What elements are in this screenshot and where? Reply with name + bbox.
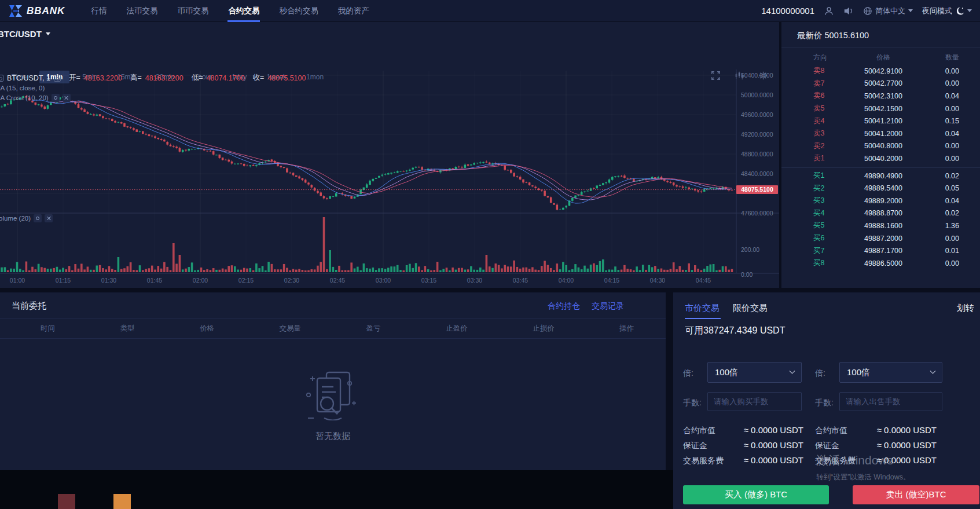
chevron-down-icon <box>790 368 795 373</box>
orders-table-header: 时间类型价格交易量盈亏止盈价止损价操作 <box>0 319 666 339</box>
trade-panel: 市价交易 限价交易 划转 可用387247.4349 USDT 倍: 100倍 … <box>673 292 980 509</box>
margin-value: ≈ 0.0000 USDT <box>744 440 803 450</box>
price-tick-label: 49200.0000 <box>741 131 773 138</box>
contract-value: ≈ 0.0000 USDT <box>744 425 803 435</box>
bid-row[interactable]: 买449888.87000.02 <box>781 207 980 220</box>
fee-value: ≈ 0.0000 USDT <box>877 455 937 465</box>
bid-row[interactable]: 买349889.20000.04 <box>781 195 980 207</box>
time-tick-label: 02:30 <box>280 277 303 284</box>
time-tick-label: 01:30 <box>97 277 120 284</box>
sell-short-button[interactable]: 卖出 (做空)BTC <box>853 485 979 504</box>
theme-mode-switcher[interactable]: 夜间模式 <box>922 6 972 16</box>
vertical-divider <box>666 292 673 470</box>
high-label: 高= <box>130 73 142 83</box>
pair-label: BTC/USDT <box>0 29 42 39</box>
bid-row[interactable]: 买149890.49000.02 <box>781 170 980 182</box>
margin-label: 保证金 <box>815 441 839 451</box>
chevron-down-icon <box>930 368 936 373</box>
navbar-right: 14100000001 简体中文 夜间模式 <box>761 6 980 16</box>
active-tab-underline <box>685 318 721 319</box>
low-value: 48074.1700 <box>207 74 245 82</box>
buy-long-button[interactable]: 买入 (做多) BTC <box>683 485 829 504</box>
orders-column-header: 类型 <box>120 324 135 334</box>
chart-canvas[interactable]: BTC/USDT, 1 开=48163.2200 高=48163.2200 低=… <box>0 90 779 288</box>
order-side: 卖1 <box>813 153 848 163</box>
language-switcher[interactable]: 简体中文 <box>863 6 913 16</box>
order-amount: 0.04 <box>919 92 959 100</box>
nav-item[interactable]: 我的资产 <box>328 0 379 22</box>
time-tick-label: 02:00 <box>189 277 212 284</box>
indicator-close-icon[interactable] <box>63 94 71 102</box>
buy-lots-input[interactable] <box>707 392 802 411</box>
brand-name: BBANK <box>27 5 65 17</box>
bid-row[interactable]: 买549888.16001.36 <box>781 219 980 232</box>
leverage-select-buy[interactable]: 100倍 <box>707 362 802 383</box>
indicator-close-icon[interactable] <box>45 214 53 222</box>
bid-row[interactable]: 买649887.20000.00 <box>781 232 980 245</box>
nav-item[interactable]: 合约交易 <box>218 0 269 22</box>
user-icon[interactable] <box>824 6 834 16</box>
bid-row[interactable]: 买849886.50000.00 <box>781 257 980 270</box>
nav-item[interactable]: 秒合约交易 <box>269 0 328 22</box>
pair-selector[interactable]: BTC/USDT <box>0 29 50 39</box>
chevron-down-icon <box>46 32 50 35</box>
sell-lots-input[interactable] <box>839 392 942 411</box>
ask-row[interactable]: 卖350041.20000.04 <box>781 127 980 140</box>
price-tick-label: 48400.0000 <box>741 170 773 177</box>
indicator-settings-icon[interactable] <box>34 214 42 222</box>
bids-list: 买149890.49000.02买249889.54000.05买349889.… <box>781 170 980 270</box>
brand-logo[interactable]: BBANK <box>8 4 65 18</box>
order-price: 49888.1600 <box>848 222 919 230</box>
ask-row[interactable]: 卖550042.15000.00 <box>781 102 980 115</box>
asks-list: 卖850042.91000.00卖750042.77000.00卖650042.… <box>781 65 980 165</box>
time-tick-label: 02:45 <box>326 277 349 284</box>
leverage-select-sell[interactable]: 100倍 <box>839 362 942 383</box>
order-side: 买3 <box>813 196 848 206</box>
order-price: 50041.2100 <box>848 117 919 125</box>
tab-limit-order[interactable]: 限价交易 <box>733 303 768 314</box>
contract-value: ≈ 0.0000 USDT <box>877 425 937 435</box>
indicator-settings-icon[interactable] <box>52 94 60 102</box>
orders-column-header: 盈亏 <box>366 324 381 334</box>
order-amount: 0.00 <box>919 67 959 75</box>
time-tick-label: 04:30 <box>646 277 669 284</box>
ask-row[interactable]: 卖150040.20000.00 <box>781 152 980 165</box>
price-tick-label: 49600.0000 <box>741 111 773 118</box>
order-price: 49888.8700 <box>848 209 919 217</box>
tab-market-order[interactable]: 市价交易 <box>685 303 720 314</box>
speaker-icon[interactable] <box>843 6 854 16</box>
symbol-icon <box>0 75 3 82</box>
nav-item[interactable]: 行情 <box>81 0 116 22</box>
bid-row[interactable]: 买749887.17000.01 <box>781 244 980 257</box>
transfer-link[interactable]: 划转 <box>957 303 974 314</box>
order-amount: 1.36 <box>919 222 959 230</box>
nav-item[interactable]: 法币交易 <box>116 0 167 22</box>
theme-mode-label: 夜间模式 <box>922 6 952 16</box>
ask-row[interactable]: 卖650042.31000.04 <box>781 90 980 102</box>
bid-row[interactable]: 买249889.54000.05 <box>781 182 980 195</box>
close-value: 48075.5100 <box>267 74 306 82</box>
leverage-label: 倍: <box>815 368 825 379</box>
legend-eye-icon[interactable] <box>54 75 61 82</box>
orders-tab-link[interactable]: 合约持仓 <box>548 301 580 312</box>
time-tick-label: 01:45 <box>143 277 166 284</box>
order-amount: 0.01 <box>919 247 959 255</box>
ask-row[interactable]: 卖850042.91000.00 <box>781 65 980 78</box>
time-tick-label: 03:30 <box>463 277 486 284</box>
ask-row[interactable]: 卖750042.77000.00 <box>781 78 980 90</box>
ask-row[interactable]: 卖450041.21000.15 <box>781 115 980 127</box>
nav-item[interactable]: 币币交易 <box>167 0 218 22</box>
ask-row[interactable]: 卖250040.80000.00 <box>781 140 980 153</box>
moon-icon <box>955 6 964 16</box>
order-side: 买2 <box>813 184 848 193</box>
order-side: 买8 <box>813 258 848 268</box>
taskbar-tile-red <box>58 494 75 509</box>
time-tick-label: 03:45 <box>509 277 532 284</box>
orders-tab-link[interactable]: 交易记录 <box>592 301 624 312</box>
ohlc-legend: BTC/USDT, 1 开=48163.2200 高=48163.2200 低=… <box>0 73 306 83</box>
leverage-label: 倍: <box>683 368 693 379</box>
orders-column-header: 交易量 <box>280 324 302 334</box>
time-tick-label: 03:15 <box>417 277 441 284</box>
main-area: BTC/USDT Time1min5min15min30min1hour1day… <box>0 22 980 509</box>
price-tick-label: 47600.0000 <box>741 210 773 217</box>
